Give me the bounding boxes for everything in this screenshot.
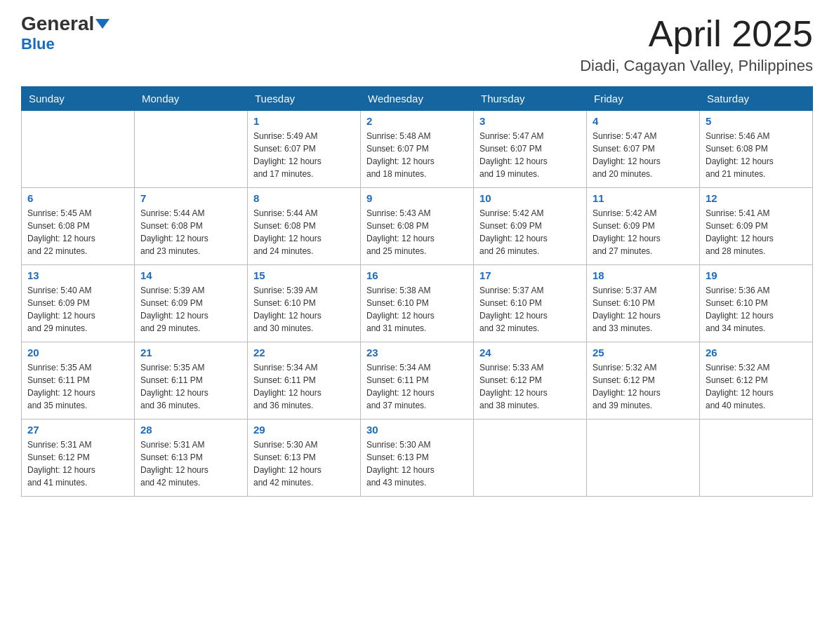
day-info: Sunrise: 5:41 AM Sunset: 6:09 PM Dayligh… (706, 207, 807, 257)
table-row: 11Sunrise: 5:42 AM Sunset: 6:09 PM Dayli… (587, 188, 700, 265)
month-title: April 2025 (580, 14, 813, 54)
calendar-row: 1Sunrise: 5:49 AM Sunset: 6:07 PM Daylig… (22, 111, 813, 188)
table-row: 8Sunrise: 5:44 AM Sunset: 6:08 PM Daylig… (248, 188, 361, 265)
calendar-row: 13Sunrise: 5:40 AM Sunset: 6:09 PM Dayli… (22, 265, 813, 342)
logo-general: General (21, 14, 94, 34)
day-info: Sunrise: 5:45 AM Sunset: 6:08 PM Dayligh… (27, 207, 128, 257)
day-number: 10 (479, 192, 581, 204)
day-number: 24 (479, 347, 581, 358)
day-info: Sunrise: 5:42 AM Sunset: 6:09 PM Dayligh… (479, 207, 581, 257)
day-info: Sunrise: 5:40 AM Sunset: 6:09 PM Dayligh… (27, 284, 128, 335)
day-info: Sunrise: 5:37 AM Sunset: 6:10 PM Dayligh… (593, 284, 694, 335)
day-number: 27 (27, 424, 128, 436)
day-info: Sunrise: 5:44 AM Sunset: 6:08 PM Dayligh… (140, 207, 241, 257)
day-number: 15 (253, 269, 355, 281)
day-info: Sunrise: 5:34 AM Sunset: 6:11 PM Dayligh… (366, 361, 468, 412)
day-info: Sunrise: 5:38 AM Sunset: 6:10 PM Dayligh… (366, 284, 468, 335)
calendar-header-row: Sunday Monday Tuesday Wednesday Thursday… (22, 87, 813, 111)
table-row (22, 111, 135, 188)
day-info: Sunrise: 5:48 AM Sunset: 6:07 PM Dayligh… (366, 130, 468, 180)
table-row: 25Sunrise: 5:32 AM Sunset: 6:12 PM Dayli… (587, 342, 700, 420)
day-info: Sunrise: 5:32 AM Sunset: 6:12 PM Dayligh… (706, 361, 807, 412)
table-row: 23Sunrise: 5:34 AM Sunset: 6:11 PM Dayli… (361, 342, 474, 420)
day-info: Sunrise: 5:39 AM Sunset: 6:09 PM Dayligh… (140, 284, 241, 335)
day-info: Sunrise: 5:30 AM Sunset: 6:13 PM Dayligh… (253, 438, 355, 489)
day-number: 30 (366, 424, 468, 436)
day-info: Sunrise: 5:42 AM Sunset: 6:09 PM Dayligh… (593, 207, 694, 257)
col-sunday: Sunday (22, 87, 135, 111)
day-info: Sunrise: 5:34 AM Sunset: 6:11 PM Dayligh… (253, 361, 355, 412)
day-number: 5 (706, 115, 807, 127)
day-number: 28 (140, 424, 241, 436)
table-row: 10Sunrise: 5:42 AM Sunset: 6:09 PM Dayli… (474, 188, 587, 265)
table-row: 9Sunrise: 5:43 AM Sunset: 6:08 PM Daylig… (361, 188, 474, 265)
day-number: 2 (366, 115, 468, 127)
day-info: Sunrise: 5:47 AM Sunset: 6:07 PM Dayligh… (479, 130, 581, 180)
day-info: Sunrise: 5:35 AM Sunset: 6:11 PM Dayligh… (27, 361, 128, 412)
table-row: 15Sunrise: 5:39 AM Sunset: 6:10 PM Dayli… (248, 265, 361, 342)
table-row: 29Sunrise: 5:30 AM Sunset: 6:13 PM Dayli… (248, 420, 361, 497)
day-info: Sunrise: 5:44 AM Sunset: 6:08 PM Dayligh… (253, 207, 355, 257)
table-row: 1Sunrise: 5:49 AM Sunset: 6:07 PM Daylig… (248, 111, 361, 188)
table-row (135, 111, 248, 188)
table-row: 16Sunrise: 5:38 AM Sunset: 6:10 PM Dayli… (361, 265, 474, 342)
day-number: 8 (253, 192, 355, 204)
table-row: 24Sunrise: 5:33 AM Sunset: 6:12 PM Dayli… (474, 342, 587, 420)
table-row (587, 420, 700, 497)
table-row: 14Sunrise: 5:39 AM Sunset: 6:09 PM Dayli… (135, 265, 248, 342)
logo-triangle-icon (95, 19, 110, 29)
day-number: 22 (253, 347, 355, 358)
col-tuesday: Tuesday (248, 87, 361, 111)
location-title: Diadi, Cagayan Valley, Philippines (580, 57, 813, 75)
calendar-row: 6Sunrise: 5:45 AM Sunset: 6:08 PM Daylig… (22, 188, 813, 265)
day-number: 29 (253, 424, 355, 436)
day-info: Sunrise: 5:47 AM Sunset: 6:07 PM Dayligh… (593, 130, 694, 180)
day-number: 17 (479, 269, 581, 281)
table-row: 17Sunrise: 5:37 AM Sunset: 6:10 PM Dayli… (474, 265, 587, 342)
col-monday: Monday (135, 87, 248, 111)
day-number: 23 (366, 347, 468, 358)
day-number: 12 (706, 192, 807, 204)
calendar-row: 20Sunrise: 5:35 AM Sunset: 6:11 PM Dayli… (22, 342, 813, 420)
day-number: 19 (706, 269, 807, 281)
day-info: Sunrise: 5:36 AM Sunset: 6:10 PM Dayligh… (706, 284, 807, 335)
day-number: 1 (253, 115, 355, 127)
day-info: Sunrise: 5:49 AM Sunset: 6:07 PM Dayligh… (253, 130, 355, 180)
table-row: 20Sunrise: 5:35 AM Sunset: 6:11 PM Dayli… (22, 342, 135, 420)
day-number: 6 (27, 192, 128, 204)
col-thursday: Thursday (474, 87, 587, 111)
col-friday: Friday (587, 87, 700, 111)
day-info: Sunrise: 5:33 AM Sunset: 6:12 PM Dayligh… (479, 361, 581, 412)
table-row (700, 420, 813, 497)
day-info: Sunrise: 5:35 AM Sunset: 6:11 PM Dayligh… (140, 361, 241, 412)
title-section: April 2025 Diadi, Cagayan Valley, Philip… (580, 14, 813, 75)
day-number: 4 (593, 115, 694, 127)
day-number: 20 (27, 347, 128, 358)
table-row: 30Sunrise: 5:30 AM Sunset: 6:13 PM Dayli… (361, 420, 474, 497)
day-info: Sunrise: 5:37 AM Sunset: 6:10 PM Dayligh… (479, 284, 581, 335)
table-row: 27Sunrise: 5:31 AM Sunset: 6:12 PM Dayli… (22, 420, 135, 497)
day-number: 11 (593, 192, 694, 204)
table-row: 26Sunrise: 5:32 AM Sunset: 6:12 PM Dayli… (700, 342, 813, 420)
day-info: Sunrise: 5:39 AM Sunset: 6:10 PM Dayligh… (253, 284, 355, 335)
table-row: 18Sunrise: 5:37 AM Sunset: 6:10 PM Dayli… (587, 265, 700, 342)
table-row: 4Sunrise: 5:47 AM Sunset: 6:07 PM Daylig… (587, 111, 700, 188)
page-header: General Blue April 2025 Diadi, Cagayan V… (21, 14, 813, 75)
table-row: 22Sunrise: 5:34 AM Sunset: 6:11 PM Dayli… (248, 342, 361, 420)
day-info: Sunrise: 5:46 AM Sunset: 6:08 PM Dayligh… (706, 130, 807, 180)
day-number: 21 (140, 347, 241, 358)
table-row (474, 420, 587, 497)
logo-blue: Blue (21, 35, 55, 53)
calendar-table: Sunday Monday Tuesday Wednesday Thursday… (21, 86, 813, 497)
table-row: 28Sunrise: 5:31 AM Sunset: 6:13 PM Dayli… (135, 420, 248, 497)
table-row: 2Sunrise: 5:48 AM Sunset: 6:07 PM Daylig… (361, 111, 474, 188)
day-info: Sunrise: 5:43 AM Sunset: 6:08 PM Dayligh… (366, 207, 468, 257)
day-number: 7 (140, 192, 241, 204)
day-number: 26 (706, 347, 807, 358)
day-number: 16 (366, 269, 468, 281)
table-row: 5Sunrise: 5:46 AM Sunset: 6:08 PM Daylig… (700, 111, 813, 188)
logo: General Blue (21, 14, 110, 53)
day-number: 25 (593, 347, 694, 358)
day-number: 18 (593, 269, 694, 281)
table-row: 12Sunrise: 5:41 AM Sunset: 6:09 PM Dayli… (700, 188, 813, 265)
